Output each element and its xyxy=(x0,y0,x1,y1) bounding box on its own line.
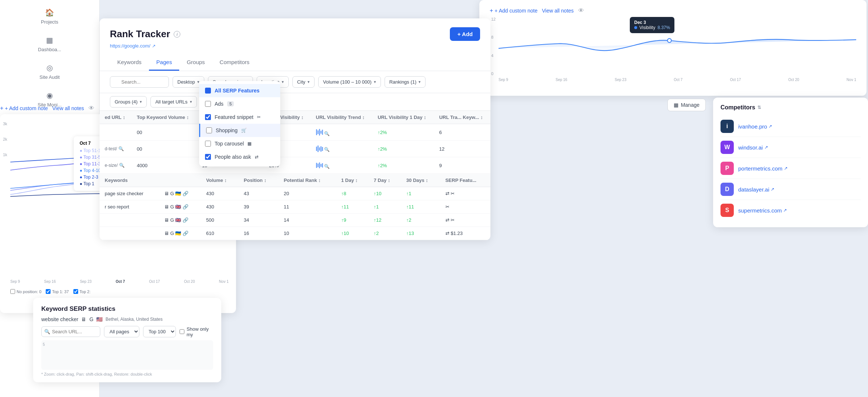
checkbox-top2[interactable]: Top 2: xyxy=(73,289,91,294)
kw-show-only-checkbox[interactable] xyxy=(180,329,184,334)
kw-cell-1d: ↑11 xyxy=(336,200,368,214)
y-label-12: 12 xyxy=(491,17,496,21)
add-custom-note-button-top[interactable]: + + Add custom note xyxy=(490,7,538,14)
kw-cell-30d: ↑13 xyxy=(401,227,440,240)
kw-cell-serp: ⇄ ✂ xyxy=(440,187,490,200)
tab-keywords[interactable]: Keywords xyxy=(110,55,149,71)
chevron-icon: ▾ xyxy=(308,80,310,84)
kw-stats-title: Keyword SERP statistics xyxy=(41,305,213,313)
table-row[interactable]: e-size/ 🔍 4000 15 20% 🔍 ↑2% 9 xyxy=(100,157,490,174)
checkbox-top-2[interactable] xyxy=(73,289,78,294)
competitor-portermetrics[interactable]: P portermetrics.com ↗ xyxy=(721,158,861,179)
cell-vol: 00 xyxy=(132,124,197,141)
chart-icon: ▦ xyxy=(674,102,678,108)
table-row[interactable]: page size checker 🖥 G 🇺🇦 🔗 430 43 20 ↑8 … xyxy=(100,187,490,200)
kw-col-serp: SERP Featu... xyxy=(440,174,490,187)
kw-col-pot: Potential Rank ↕ xyxy=(278,174,336,187)
kw-show-only-label[interactable]: Show only my xyxy=(180,326,213,337)
sparkline xyxy=(316,128,323,137)
cell-extra: 9 xyxy=(434,157,490,174)
sidebar-item-site-audit[interactable]: ◎ Site Audit xyxy=(39,63,60,80)
chevron-icon: ▾ xyxy=(190,99,192,104)
zoom-icon[interactable]: 🔍 xyxy=(324,131,330,136)
kw-search-input[interactable] xyxy=(41,326,100,337)
checkbox-no-pos[interactable]: No position: 0 xyxy=(10,289,41,294)
panel-subtitle: https://google.com/ ↗ xyxy=(110,43,480,49)
audit-icon: ◎ xyxy=(45,63,55,73)
notes-bar-bottom: + + Add custom note View all notes 👁 xyxy=(0,105,94,112)
table-row[interactable]: 🖥 G 🇺🇦 🔗 610 16 10 ↑10 ↑2 ↑13 ⇄ $1.23 xyxy=(100,227,490,240)
external-link-icon: ↗ xyxy=(771,187,774,192)
checkbox-top1[interactable]: Top 1: 37 xyxy=(46,289,69,294)
serp-item-people[interactable]: People also ask ⇄ xyxy=(199,150,280,164)
kw-cell-pos: 43 xyxy=(239,187,278,200)
dashboard-icon: ▦ xyxy=(45,35,55,45)
search-input[interactable] xyxy=(110,76,169,88)
competitor-ivanhoe[interactable]: i ivanhoe.pro ↗ xyxy=(721,116,861,137)
x-label-1: Sep 16 xyxy=(556,78,567,82)
tab-pages[interactable]: Pages xyxy=(149,55,180,71)
rankings-filter[interactable]: Rankings (1) ▾ xyxy=(385,76,426,88)
table-row[interactable]: d-test/ 🔍 00 103 43% 🔍 ↑2% 12 xyxy=(100,141,490,157)
checkbox-top-1[interactable] xyxy=(46,289,51,294)
serp-checkbox-ads[interactable] xyxy=(205,101,211,107)
kw-stats-panel: Keyword SERP statistics website checker … xyxy=(33,298,221,382)
x-bot-3: Oct 7 xyxy=(116,280,125,284)
zoom-icon[interactable]: 🔍 xyxy=(324,164,330,169)
kw-top-select[interactable]: Top 100 xyxy=(143,326,176,337)
sort-icon: ⇅ xyxy=(757,105,761,110)
info-icon[interactable]: i xyxy=(174,31,180,38)
table-row[interactable]: 🖥 G 🇬🇧 🔗 500 34 14 ↑9 ↑12 ↑2 ⇄ ✂ xyxy=(100,214,490,227)
competitor-dataslayer[interactable]: D dataslayer.ai ↗ xyxy=(721,179,861,200)
filter-bar-1: 🔍 Desktop ▾ Search engine ▾ Location ▾ C… xyxy=(100,71,490,93)
view-all-notes-button[interactable]: View all notes xyxy=(52,105,84,111)
col-url-tra: URL Tra... Keyw... ↕ xyxy=(434,111,490,124)
competitors-header: Competitors ⇅ xyxy=(721,104,861,111)
kw-pages-select[interactable]: All pages xyxy=(104,326,139,337)
serp-checkbox-featured[interactable] xyxy=(205,114,211,120)
serp-checkbox-carousel[interactable] xyxy=(205,141,211,147)
kw-cell-30d: ↑1 xyxy=(401,187,440,200)
sidebar-item-dashboard[interactable]: ▦ Dashboa... xyxy=(38,35,61,52)
kw-cell-kw xyxy=(100,214,159,227)
serp-checkbox-people[interactable] xyxy=(205,154,211,160)
chart-tooltip: Dec 3 Visibility 8.37% xyxy=(630,17,674,33)
table-row[interactable]: r seo report 🖥 G 🇬🇧 🔗 430 39 11 ↑11 ↑1 ↑… xyxy=(100,200,490,214)
volume-filter[interactable]: Volume (100 – 10 000) ▾ xyxy=(318,76,381,88)
serp-item-carousel[interactable]: Top carousel ▦ xyxy=(199,137,280,150)
add-button[interactable]: + Add xyxy=(450,27,480,41)
zoom-icon[interactable]: 🔍 xyxy=(324,147,330,152)
external-link-icon: ↗ xyxy=(152,43,156,49)
kw-cell-serp: ⇄ $1.23 xyxy=(440,227,490,240)
sidebar-item-projects[interactable]: 🏠 Projects xyxy=(41,7,58,25)
notes-bar-top: + + Add custom note View all notes 👁 xyxy=(490,7,584,14)
checkbox-no-position[interactable] xyxy=(10,289,15,294)
tooltip-value: 8.37% xyxy=(657,25,670,30)
table-row[interactable]: 00 48 40% 🔍 ↑2% 6 xyxy=(100,124,490,141)
sparkline xyxy=(316,144,323,153)
city-filter[interactable]: City ▾ xyxy=(292,76,315,88)
groups-filter[interactable]: Groups (4) ▾ xyxy=(110,96,147,108)
y-bottom-2k: 2k xyxy=(3,137,7,141)
cart-icon: 🛒 xyxy=(241,128,247,133)
external-link-icon: ↗ xyxy=(783,208,787,213)
kw-cell-pos: 16 xyxy=(239,227,278,240)
add-custom-note-button[interactable]: + + Add custom note xyxy=(0,105,48,112)
kw-cell-serp: ⇄ ✂ xyxy=(440,214,490,227)
kw-col-kw: Keywords xyxy=(100,174,159,187)
kw-cell-7d: ↑10 xyxy=(369,187,401,200)
tab-groups[interactable]: Groups xyxy=(179,55,212,71)
serp-checkbox-shopping[interactable] xyxy=(206,127,212,133)
target-urls-filter[interactable]: All target URLs ▾ xyxy=(150,96,197,108)
view-all-notes-button-top[interactable]: View all notes xyxy=(542,8,574,14)
serp-item-shopping[interactable]: Shopping 🛒 xyxy=(199,124,280,137)
competitor-supermetrics[interactable]: S supermetrics.com ↗ xyxy=(721,200,861,221)
serp-item-ads[interactable]: Ads 5 xyxy=(199,97,280,110)
comp-name-dataslayer: dataslayer.ai ↗ xyxy=(738,186,774,193)
kw-cell-pos: 39 xyxy=(239,200,278,214)
competitor-windsor[interactable]: W windsor.ai ↗ xyxy=(721,137,861,158)
serp-label-people: People also ask xyxy=(215,154,251,160)
tab-competitors[interactable]: Competitors xyxy=(212,55,257,71)
serp-item-featured[interactable]: Featured snippet ✂ xyxy=(199,110,280,124)
manage-button[interactable]: ▦ Manage xyxy=(667,99,706,111)
